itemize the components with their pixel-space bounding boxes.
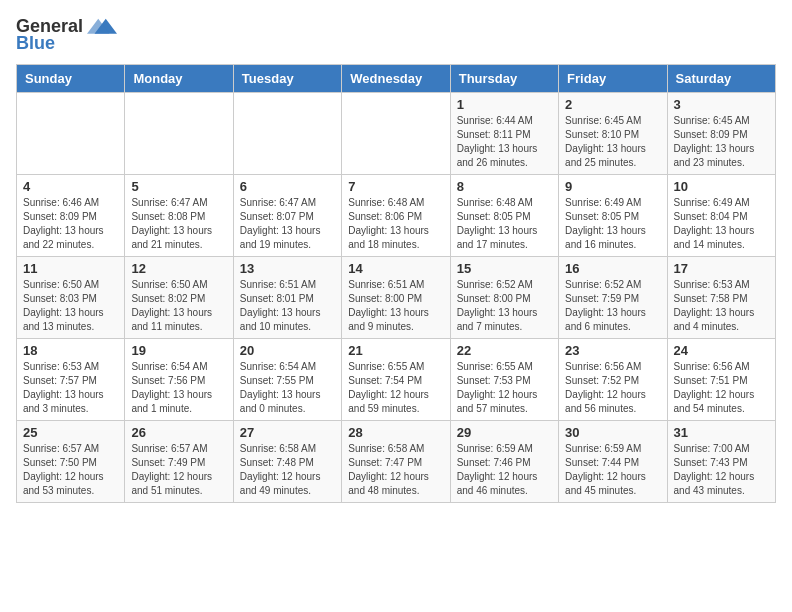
day-number: 31 (674, 425, 769, 440)
weekday-header: Sunday (17, 65, 125, 93)
calendar-day-cell: 17Sunrise: 6:53 AMSunset: 7:58 PMDayligh… (667, 257, 775, 339)
calendar-day-cell (17, 93, 125, 175)
day-number: 10 (674, 179, 769, 194)
weekday-header: Friday (559, 65, 667, 93)
calendar-table: SundayMondayTuesdayWednesdayThursdayFrid… (16, 64, 776, 503)
calendar-day-cell: 22Sunrise: 6:55 AMSunset: 7:53 PMDayligh… (450, 339, 558, 421)
day-content: Sunrise: 6:52 AMSunset: 8:00 PMDaylight:… (457, 278, 552, 334)
day-content: Sunrise: 6:49 AMSunset: 8:04 PMDaylight:… (674, 196, 769, 252)
day-content: Sunrise: 6:57 AMSunset: 7:49 PMDaylight:… (131, 442, 226, 498)
day-number: 21 (348, 343, 443, 358)
day-content: Sunrise: 6:53 AMSunset: 7:58 PMDaylight:… (674, 278, 769, 334)
calendar-day-cell: 30Sunrise: 6:59 AMSunset: 7:44 PMDayligh… (559, 421, 667, 503)
day-content: Sunrise: 6:57 AMSunset: 7:50 PMDaylight:… (23, 442, 118, 498)
day-content: Sunrise: 6:45 AMSunset: 8:09 PMDaylight:… (674, 114, 769, 170)
day-number: 18 (23, 343, 118, 358)
day-content: Sunrise: 6:58 AMSunset: 7:48 PMDaylight:… (240, 442, 335, 498)
calendar-week-row: 11Sunrise: 6:50 AMSunset: 8:03 PMDayligh… (17, 257, 776, 339)
day-number: 6 (240, 179, 335, 194)
calendar-day-cell: 11Sunrise: 6:50 AMSunset: 8:03 PMDayligh… (17, 257, 125, 339)
day-number: 7 (348, 179, 443, 194)
day-number: 23 (565, 343, 660, 358)
day-content: Sunrise: 6:48 AMSunset: 8:06 PMDaylight:… (348, 196, 443, 252)
day-content: Sunrise: 6:54 AMSunset: 7:55 PMDaylight:… (240, 360, 335, 416)
calendar-day-cell: 19Sunrise: 6:54 AMSunset: 7:56 PMDayligh… (125, 339, 233, 421)
calendar-day-cell: 9Sunrise: 6:49 AMSunset: 8:05 PMDaylight… (559, 175, 667, 257)
calendar-day-cell: 29Sunrise: 6:59 AMSunset: 7:46 PMDayligh… (450, 421, 558, 503)
day-number: 14 (348, 261, 443, 276)
logo: General Blue (16, 16, 117, 54)
calendar-day-cell: 1Sunrise: 6:44 AMSunset: 8:11 PMDaylight… (450, 93, 558, 175)
calendar-day-cell: 23Sunrise: 6:56 AMSunset: 7:52 PMDayligh… (559, 339, 667, 421)
calendar-day-cell (125, 93, 233, 175)
calendar-day-cell: 2Sunrise: 6:45 AMSunset: 8:10 PMDaylight… (559, 93, 667, 175)
day-content: Sunrise: 6:48 AMSunset: 8:05 PMDaylight:… (457, 196, 552, 252)
day-number: 20 (240, 343, 335, 358)
day-number: 13 (240, 261, 335, 276)
day-content: Sunrise: 6:59 AMSunset: 7:44 PMDaylight:… (565, 442, 660, 498)
calendar-day-cell: 4Sunrise: 6:46 AMSunset: 8:09 PMDaylight… (17, 175, 125, 257)
calendar-day-cell: 24Sunrise: 6:56 AMSunset: 7:51 PMDayligh… (667, 339, 775, 421)
day-number: 2 (565, 97, 660, 112)
calendar-day-cell: 18Sunrise: 6:53 AMSunset: 7:57 PMDayligh… (17, 339, 125, 421)
day-content: Sunrise: 6:56 AMSunset: 7:51 PMDaylight:… (674, 360, 769, 416)
calendar-day-cell: 15Sunrise: 6:52 AMSunset: 8:00 PMDayligh… (450, 257, 558, 339)
logo-icon (87, 17, 117, 37)
day-content: Sunrise: 6:45 AMSunset: 8:10 PMDaylight:… (565, 114, 660, 170)
day-number: 11 (23, 261, 118, 276)
day-number: 5 (131, 179, 226, 194)
calendar-day-cell: 5Sunrise: 6:47 AMSunset: 8:08 PMDaylight… (125, 175, 233, 257)
calendar-week-row: 18Sunrise: 6:53 AMSunset: 7:57 PMDayligh… (17, 339, 776, 421)
header: General Blue (16, 16, 776, 54)
day-number: 29 (457, 425, 552, 440)
day-content: Sunrise: 6:49 AMSunset: 8:05 PMDaylight:… (565, 196, 660, 252)
day-number: 24 (674, 343, 769, 358)
day-number: 30 (565, 425, 660, 440)
calendar-day-cell: 8Sunrise: 6:48 AMSunset: 8:05 PMDaylight… (450, 175, 558, 257)
calendar-header-row: SundayMondayTuesdayWednesdayThursdayFrid… (17, 65, 776, 93)
day-content: Sunrise: 6:59 AMSunset: 7:46 PMDaylight:… (457, 442, 552, 498)
weekday-header: Thursday (450, 65, 558, 93)
day-number: 26 (131, 425, 226, 440)
day-number: 1 (457, 97, 552, 112)
calendar-week-row: 1Sunrise: 6:44 AMSunset: 8:11 PMDaylight… (17, 93, 776, 175)
weekday-header: Saturday (667, 65, 775, 93)
calendar-day-cell (233, 93, 341, 175)
calendar-day-cell: 31Sunrise: 7:00 AMSunset: 7:43 PMDayligh… (667, 421, 775, 503)
weekday-header: Wednesday (342, 65, 450, 93)
day-content: Sunrise: 6:50 AMSunset: 8:03 PMDaylight:… (23, 278, 118, 334)
day-content: Sunrise: 6:51 AMSunset: 8:01 PMDaylight:… (240, 278, 335, 334)
day-number: 28 (348, 425, 443, 440)
weekday-header: Monday (125, 65, 233, 93)
weekday-header: Tuesday (233, 65, 341, 93)
day-number: 8 (457, 179, 552, 194)
calendar-day-cell: 20Sunrise: 6:54 AMSunset: 7:55 PMDayligh… (233, 339, 341, 421)
day-number: 16 (565, 261, 660, 276)
day-content: Sunrise: 6:55 AMSunset: 7:53 PMDaylight:… (457, 360, 552, 416)
calendar-day-cell: 16Sunrise: 6:52 AMSunset: 7:59 PMDayligh… (559, 257, 667, 339)
calendar-day-cell: 6Sunrise: 6:47 AMSunset: 8:07 PMDaylight… (233, 175, 341, 257)
day-number: 3 (674, 97, 769, 112)
calendar-day-cell: 21Sunrise: 6:55 AMSunset: 7:54 PMDayligh… (342, 339, 450, 421)
day-number: 12 (131, 261, 226, 276)
day-number: 4 (23, 179, 118, 194)
calendar-day-cell: 10Sunrise: 6:49 AMSunset: 8:04 PMDayligh… (667, 175, 775, 257)
day-number: 25 (23, 425, 118, 440)
day-number: 17 (674, 261, 769, 276)
day-content: Sunrise: 6:53 AMSunset: 7:57 PMDaylight:… (23, 360, 118, 416)
day-content: Sunrise: 6:44 AMSunset: 8:11 PMDaylight:… (457, 114, 552, 170)
calendar-week-row: 25Sunrise: 6:57 AMSunset: 7:50 PMDayligh… (17, 421, 776, 503)
day-content: Sunrise: 6:55 AMSunset: 7:54 PMDaylight:… (348, 360, 443, 416)
day-number: 9 (565, 179, 660, 194)
day-number: 19 (131, 343, 226, 358)
day-content: Sunrise: 6:54 AMSunset: 7:56 PMDaylight:… (131, 360, 226, 416)
day-content: Sunrise: 6:58 AMSunset: 7:47 PMDaylight:… (348, 442, 443, 498)
calendar-day-cell: 25Sunrise: 6:57 AMSunset: 7:50 PMDayligh… (17, 421, 125, 503)
calendar-day-cell: 3Sunrise: 6:45 AMSunset: 8:09 PMDaylight… (667, 93, 775, 175)
calendar-day-cell: 27Sunrise: 6:58 AMSunset: 7:48 PMDayligh… (233, 421, 341, 503)
day-content: Sunrise: 6:50 AMSunset: 8:02 PMDaylight:… (131, 278, 226, 334)
day-content: Sunrise: 6:47 AMSunset: 8:07 PMDaylight:… (240, 196, 335, 252)
calendar-day-cell: 28Sunrise: 6:58 AMSunset: 7:47 PMDayligh… (342, 421, 450, 503)
day-number: 27 (240, 425, 335, 440)
calendar-day-cell: 26Sunrise: 6:57 AMSunset: 7:49 PMDayligh… (125, 421, 233, 503)
